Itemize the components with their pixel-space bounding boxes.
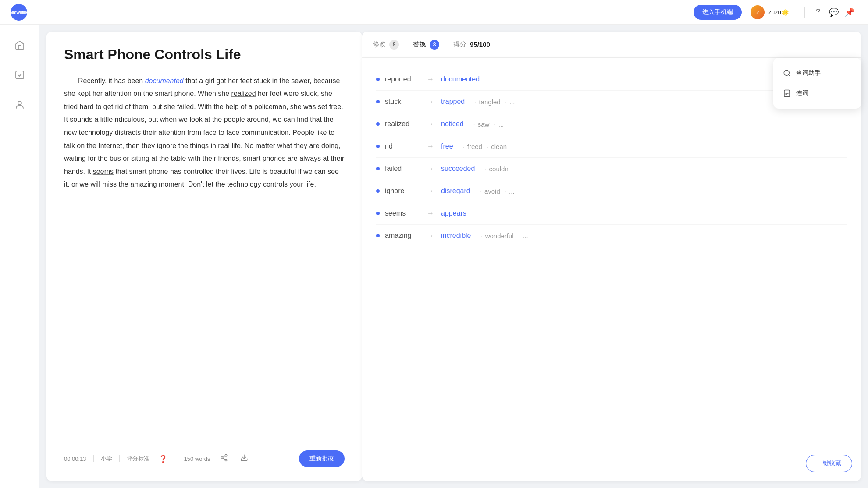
tab-score-label: 得分 bbox=[453, 40, 466, 49]
search-icon bbox=[782, 68, 792, 78]
word-realized[interactable]: realized bbox=[231, 90, 256, 97]
conjunction-item[interactable]: 连词 bbox=[773, 83, 861, 103]
suggestion-item[interactable]: realized → noticed ·saw ·... bbox=[376, 113, 847, 135]
highlighted-word-documented[interactable]: documented bbox=[145, 77, 184, 85]
profile-icon bbox=[14, 99, 25, 113]
word-rid[interactable]: rid bbox=[115, 103, 123, 110]
word-replacement[interactable]: free bbox=[441, 142, 453, 150]
arrow-icon: → bbox=[427, 75, 434, 83]
dictionary-helper-label: 查词助手 bbox=[796, 69, 821, 77]
word-replacement[interactable]: appears bbox=[441, 209, 466, 217]
suggestion-item[interactable]: seems → appears bbox=[376, 202, 847, 225]
suggestion-item[interactable]: amazing → incredible ·wonderful ·... bbox=[376, 225, 847, 247]
question-circle-icon: ❓ bbox=[159, 455, 167, 463]
bookmark-icon-button[interactable]: 📌 bbox=[842, 4, 857, 20]
word-amazing[interactable]: amazing bbox=[130, 180, 157, 188]
score-standard-help-icon[interactable]: ❓ bbox=[157, 452, 170, 465]
bullet-icon bbox=[376, 189, 380, 193]
save-button[interactable]: 一键收藏 bbox=[806, 455, 852, 472]
word-alternatives: ·wonderful ·... bbox=[478, 232, 528, 240]
conjunction-label: 连词 bbox=[796, 89, 808, 97]
word-replacement[interactable]: incredible bbox=[441, 232, 471, 240]
word-original: rid bbox=[385, 142, 420, 150]
user-name: zuzu🌟 bbox=[768, 9, 789, 16]
svg-line-9 bbox=[788, 74, 790, 76]
tab-modify-label: 修改 bbox=[373, 40, 386, 49]
suggestions-panel: reported → documented stuck → trapped ·t… bbox=[362, 58, 861, 481]
word-replacement[interactable]: succeeded bbox=[441, 165, 475, 173]
word-replacement[interactable]: trapped bbox=[441, 98, 465, 106]
word-replacement[interactable]: disregard bbox=[441, 187, 470, 195]
svg-line-5 bbox=[223, 458, 225, 460]
editor-footer: 00:00:13 小学 评分标准 ❓ 150 words bbox=[64, 445, 345, 467]
top-navigation: AimWriting 进入手机端 z zuzu🌟 ? 💬 📌 bbox=[0, 0, 868, 25]
dot-separator: · bbox=[474, 98, 476, 106]
score-standard-label: 评分标准 bbox=[127, 455, 149, 463]
arrow-icon: → bbox=[427, 209, 434, 217]
mobile-enter-button[interactable]: 进入手机端 bbox=[694, 5, 742, 20]
level-display: 小学 bbox=[101, 455, 112, 463]
arrow-icon: → bbox=[427, 142, 434, 150]
word-replacement[interactable]: documented bbox=[441, 75, 480, 83]
dot-separator: · bbox=[473, 120, 475, 128]
footer-divider-1 bbox=[93, 455, 94, 462]
word-stuck[interactable]: stuck bbox=[254, 77, 270, 85]
sidebar-item-home[interactable] bbox=[8, 35, 31, 58]
tab-replace[interactable]: 替换 8 bbox=[413, 40, 439, 50]
footer-divider-2 bbox=[119, 455, 120, 462]
tabs-bar: 修改 8 替换 8 得分 95/100 bbox=[362, 32, 861, 58]
tab-score[interactable]: 得分 95/100 bbox=[453, 40, 490, 49]
doc-icon bbox=[782, 88, 792, 98]
bullet-icon bbox=[376, 234, 380, 237]
tab-modify[interactable]: 修改 8 bbox=[373, 40, 399, 50]
sidebar-item-profile[interactable] bbox=[8, 95, 31, 117]
word-original: stuck bbox=[385, 98, 420, 106]
dot-separator: · bbox=[487, 143, 488, 150]
word-original: ignore bbox=[385, 187, 420, 195]
word-ignore[interactable]: ignore bbox=[157, 142, 176, 149]
editor-panel: Smart Phone Controls Life Recently, it h… bbox=[46, 32, 362, 481]
suggestion-item[interactable]: ignore → disregard ·avoid ·... bbox=[376, 180, 847, 202]
arrow-icon: → bbox=[427, 187, 434, 195]
bullet-icon bbox=[376, 100, 380, 103]
word-count-display: 150 words bbox=[184, 456, 210, 462]
dot-separator: · bbox=[505, 187, 506, 195]
dot-separator: · bbox=[463, 143, 465, 150]
footer-divider-3 bbox=[177, 455, 177, 462]
word-replacement[interactable]: noticed bbox=[441, 120, 464, 128]
word-alternatives: ·avoid ·... bbox=[477, 187, 515, 195]
dictionary-helper-item[interactable]: 查词助手 bbox=[773, 63, 861, 83]
floating-panel: 查词助手 连词 bbox=[773, 58, 861, 109]
logo: AimWriting bbox=[11, 4, 27, 21]
word-alternatives: ·tangled ·... bbox=[472, 98, 515, 106]
tasks-icon bbox=[14, 70, 25, 83]
dot-separator: · bbox=[518, 232, 520, 240]
help-icon-button[interactable]: ? bbox=[810, 4, 826, 20]
tab-score-value: 95/100 bbox=[470, 41, 490, 48]
tab-replace-label: 替换 bbox=[413, 40, 426, 49]
home-icon bbox=[14, 40, 25, 53]
word-seems[interactable]: seems bbox=[93, 168, 114, 175]
timer-display: 00:00:13 bbox=[64, 456, 86, 462]
message-icon-button[interactable]: 💬 bbox=[826, 4, 842, 20]
recheck-button[interactable]: 重新批改 bbox=[299, 450, 345, 467]
download-icon-button[interactable] bbox=[238, 452, 251, 465]
sidebar-item-tasks[interactable] bbox=[8, 65, 31, 88]
arrow-icon: → bbox=[427, 232, 434, 240]
word-failed[interactable]: failed bbox=[177, 103, 194, 110]
word-original: failed bbox=[385, 165, 420, 173]
logo-icon: AimWriting bbox=[11, 4, 27, 21]
sidebar bbox=[0, 25, 39, 488]
word-original: reported bbox=[385, 75, 420, 83]
word-original: realized bbox=[385, 120, 420, 128]
svg-line-6 bbox=[223, 456, 225, 457]
user-info: z zuzu🌟 bbox=[751, 5, 789, 19]
dot-separator: · bbox=[480, 232, 482, 240]
suggestion-item[interactable]: rid → free ·freed ·clean bbox=[376, 135, 847, 158]
bullet-icon bbox=[376, 212, 380, 215]
bullet-icon bbox=[376, 122, 380, 126]
word-alternatives: ·freed ·clean bbox=[460, 143, 507, 150]
arrow-icon: → bbox=[427, 165, 434, 173]
suggestion-item[interactable]: failed → succeeded ·couldn bbox=[376, 158, 847, 180]
share-icon-button[interactable] bbox=[217, 452, 231, 465]
